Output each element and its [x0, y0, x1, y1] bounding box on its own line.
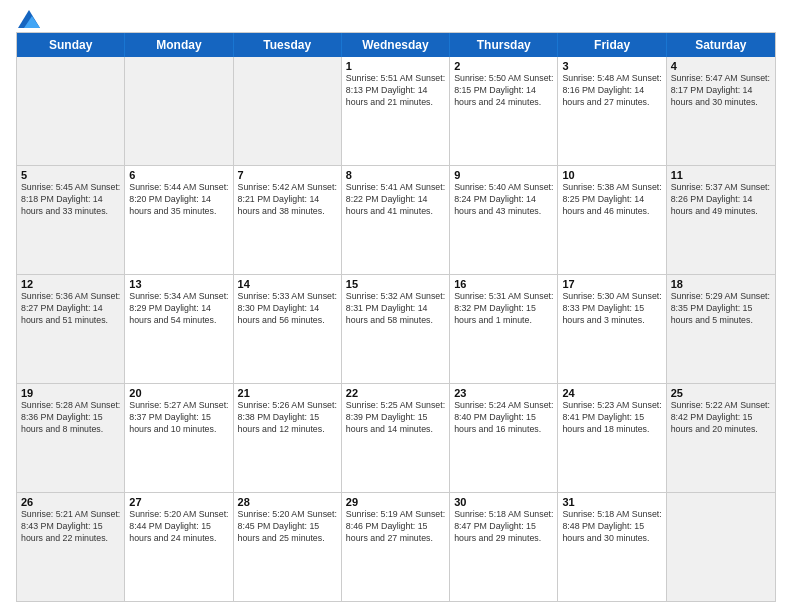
day-number: 16 [454, 278, 553, 290]
day-info: Sunrise: 5:36 AM Sunset: 8:27 PM Dayligh… [21, 291, 120, 327]
calendar-cell-22: 22Sunrise: 5:25 AM Sunset: 8:39 PM Dayli… [342, 384, 450, 492]
day-number: 14 [238, 278, 337, 290]
day-number: 24 [562, 387, 661, 399]
day-info: Sunrise: 5:20 AM Sunset: 8:44 PM Dayligh… [129, 509, 228, 545]
day-info: Sunrise: 5:27 AM Sunset: 8:37 PM Dayligh… [129, 400, 228, 436]
day-number: 7 [238, 169, 337, 181]
day-number: 2 [454, 60, 553, 72]
calendar-body: 1Sunrise: 5:51 AM Sunset: 8:13 PM Daylig… [17, 57, 775, 601]
calendar-cell-18: 18Sunrise: 5:29 AM Sunset: 8:35 PM Dayli… [667, 275, 775, 383]
calendar-cell-10: 10Sunrise: 5:38 AM Sunset: 8:25 PM Dayli… [558, 166, 666, 274]
calendar-cell-4: 4Sunrise: 5:47 AM Sunset: 8:17 PM Daylig… [667, 57, 775, 165]
calendar-cell-23: 23Sunrise: 5:24 AM Sunset: 8:40 PM Dayli… [450, 384, 558, 492]
day-number: 29 [346, 496, 445, 508]
day-info: Sunrise: 5:50 AM Sunset: 8:15 PM Dayligh… [454, 73, 553, 109]
calendar-cell-15: 15Sunrise: 5:32 AM Sunset: 8:31 PM Dayli… [342, 275, 450, 383]
calendar-cell-30: 30Sunrise: 5:18 AM Sunset: 8:47 PM Dayli… [450, 493, 558, 601]
day-info: Sunrise: 5:29 AM Sunset: 8:35 PM Dayligh… [671, 291, 771, 327]
day-number: 4 [671, 60, 771, 72]
calendar-row-4: 26Sunrise: 5:21 AM Sunset: 8:43 PM Dayli… [17, 493, 775, 601]
day-number: 15 [346, 278, 445, 290]
header [16, 10, 776, 24]
day-info: Sunrise: 5:18 AM Sunset: 8:48 PM Dayligh… [562, 509, 661, 545]
calendar-row-1: 5Sunrise: 5:45 AM Sunset: 8:18 PM Daylig… [17, 166, 775, 275]
calendar-cell-21: 21Sunrise: 5:26 AM Sunset: 8:38 PM Dayli… [234, 384, 342, 492]
day-info: Sunrise: 5:24 AM Sunset: 8:40 PM Dayligh… [454, 400, 553, 436]
weekday-tuesday: Tuesday [234, 33, 342, 57]
calendar-cell-16: 16Sunrise: 5:31 AM Sunset: 8:32 PM Dayli… [450, 275, 558, 383]
calendar-cell-24: 24Sunrise: 5:23 AM Sunset: 8:41 PM Dayli… [558, 384, 666, 492]
day-number: 20 [129, 387, 228, 399]
day-number: 30 [454, 496, 553, 508]
day-info: Sunrise: 5:31 AM Sunset: 8:32 PM Dayligh… [454, 291, 553, 327]
calendar-cell-11: 11Sunrise: 5:37 AM Sunset: 8:26 PM Dayli… [667, 166, 775, 274]
day-number: 11 [671, 169, 771, 181]
day-number: 26 [21, 496, 120, 508]
calendar-cell-empty-0-0 [17, 57, 125, 165]
calendar-cell-20: 20Sunrise: 5:27 AM Sunset: 8:37 PM Dayli… [125, 384, 233, 492]
calendar-header: SundayMondayTuesdayWednesdayThursdayFrid… [17, 33, 775, 57]
day-number: 18 [671, 278, 771, 290]
calendar-cell-2: 2Sunrise: 5:50 AM Sunset: 8:15 PM Daylig… [450, 57, 558, 165]
day-info: Sunrise: 5:19 AM Sunset: 8:46 PM Dayligh… [346, 509, 445, 545]
calendar-row-2: 12Sunrise: 5:36 AM Sunset: 8:27 PM Dayli… [17, 275, 775, 384]
weekday-thursday: Thursday [450, 33, 558, 57]
day-info: Sunrise: 5:28 AM Sunset: 8:36 PM Dayligh… [21, 400, 120, 436]
day-info: Sunrise: 5:26 AM Sunset: 8:38 PM Dayligh… [238, 400, 337, 436]
day-number: 5 [21, 169, 120, 181]
calendar-cell-empty-4-6 [667, 493, 775, 601]
calendar-cell-31: 31Sunrise: 5:18 AM Sunset: 8:48 PM Dayli… [558, 493, 666, 601]
calendar-row-0: 1Sunrise: 5:51 AM Sunset: 8:13 PM Daylig… [17, 57, 775, 166]
calendar-cell-27: 27Sunrise: 5:20 AM Sunset: 8:44 PM Dayli… [125, 493, 233, 601]
day-info: Sunrise: 5:22 AM Sunset: 8:42 PM Dayligh… [671, 400, 771, 436]
day-number: 8 [346, 169, 445, 181]
weekday-monday: Monday [125, 33, 233, 57]
day-info: Sunrise: 5:42 AM Sunset: 8:21 PM Dayligh… [238, 182, 337, 218]
day-number: 17 [562, 278, 661, 290]
calendar-cell-25: 25Sunrise: 5:22 AM Sunset: 8:42 PM Dayli… [667, 384, 775, 492]
day-info: Sunrise: 5:47 AM Sunset: 8:17 PM Dayligh… [671, 73, 771, 109]
day-number: 23 [454, 387, 553, 399]
day-number: 25 [671, 387, 771, 399]
day-number: 10 [562, 169, 661, 181]
day-number: 12 [21, 278, 120, 290]
calendar-cell-5: 5Sunrise: 5:45 AM Sunset: 8:18 PM Daylig… [17, 166, 125, 274]
calendar-cell-12: 12Sunrise: 5:36 AM Sunset: 8:27 PM Dayli… [17, 275, 125, 383]
day-info: Sunrise: 5:37 AM Sunset: 8:26 PM Dayligh… [671, 182, 771, 218]
weekday-friday: Friday [558, 33, 666, 57]
calendar-cell-8: 8Sunrise: 5:41 AM Sunset: 8:22 PM Daylig… [342, 166, 450, 274]
calendar-cell-26: 26Sunrise: 5:21 AM Sunset: 8:43 PM Dayli… [17, 493, 125, 601]
logo-icon [18, 10, 40, 28]
weekday-saturday: Saturday [667, 33, 775, 57]
calendar-cell-7: 7Sunrise: 5:42 AM Sunset: 8:21 PM Daylig… [234, 166, 342, 274]
day-number: 27 [129, 496, 228, 508]
day-number: 3 [562, 60, 661, 72]
day-info: Sunrise: 5:33 AM Sunset: 8:30 PM Dayligh… [238, 291, 337, 327]
day-info: Sunrise: 5:32 AM Sunset: 8:31 PM Dayligh… [346, 291, 445, 327]
day-info: Sunrise: 5:34 AM Sunset: 8:29 PM Dayligh… [129, 291, 228, 327]
day-info: Sunrise: 5:40 AM Sunset: 8:24 PM Dayligh… [454, 182, 553, 218]
calendar-cell-9: 9Sunrise: 5:40 AM Sunset: 8:24 PM Daylig… [450, 166, 558, 274]
calendar-cell-empty-0-2 [234, 57, 342, 165]
day-number: 31 [562, 496, 661, 508]
day-info: Sunrise: 5:21 AM Sunset: 8:43 PM Dayligh… [21, 509, 120, 545]
day-number: 13 [129, 278, 228, 290]
calendar-cell-28: 28Sunrise: 5:20 AM Sunset: 8:45 PM Dayli… [234, 493, 342, 601]
calendar-cell-empty-0-1 [125, 57, 233, 165]
calendar-cell-13: 13Sunrise: 5:34 AM Sunset: 8:29 PM Dayli… [125, 275, 233, 383]
calendar-cell-17: 17Sunrise: 5:30 AM Sunset: 8:33 PM Dayli… [558, 275, 666, 383]
day-number: 21 [238, 387, 337, 399]
day-info: Sunrise: 5:41 AM Sunset: 8:22 PM Dayligh… [346, 182, 445, 218]
weekday-sunday: Sunday [17, 33, 125, 57]
day-info: Sunrise: 5:38 AM Sunset: 8:25 PM Dayligh… [562, 182, 661, 218]
day-info: Sunrise: 5:48 AM Sunset: 8:16 PM Dayligh… [562, 73, 661, 109]
page: SundayMondayTuesdayWednesdayThursdayFrid… [0, 0, 792, 612]
calendar: SundayMondayTuesdayWednesdayThursdayFrid… [16, 32, 776, 602]
calendar-cell-3: 3Sunrise: 5:48 AM Sunset: 8:16 PM Daylig… [558, 57, 666, 165]
calendar-cell-14: 14Sunrise: 5:33 AM Sunset: 8:30 PM Dayli… [234, 275, 342, 383]
day-info: Sunrise: 5:18 AM Sunset: 8:47 PM Dayligh… [454, 509, 553, 545]
calendar-cell-19: 19Sunrise: 5:28 AM Sunset: 8:36 PM Dayli… [17, 384, 125, 492]
day-number: 6 [129, 169, 228, 181]
calendar-row-3: 19Sunrise: 5:28 AM Sunset: 8:36 PM Dayli… [17, 384, 775, 493]
weekday-wednesday: Wednesday [342, 33, 450, 57]
